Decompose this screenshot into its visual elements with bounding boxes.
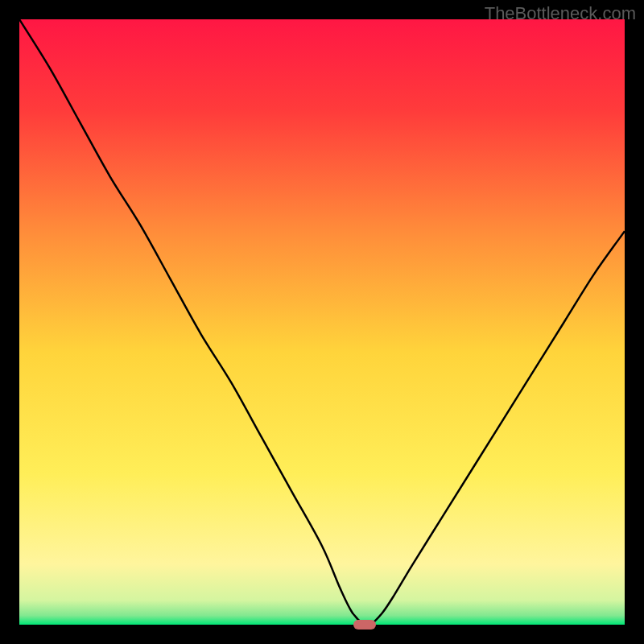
optimal-marker bbox=[353, 620, 376, 630]
attribution-text: TheBottleneck.com bbox=[485, 3, 636, 24]
plot-area bbox=[19, 19, 625, 625]
gradient-background bbox=[19, 19, 625, 625]
chart-svg bbox=[19, 19, 625, 625]
